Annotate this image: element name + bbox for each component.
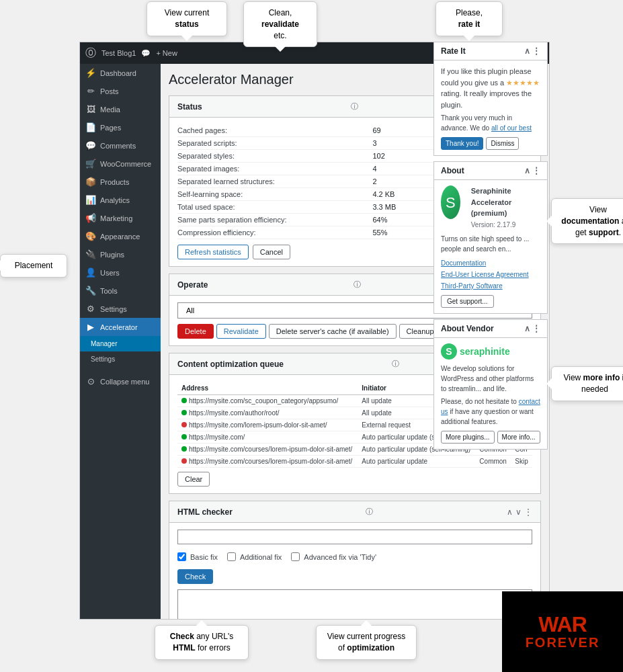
sidebar-item-collapse[interactable]: ⊙ Collapse menu bbox=[80, 372, 161, 390]
plugins-icon: 🔌 bbox=[85, 249, 96, 259]
dismiss-button[interactable]: Dismiss bbox=[486, 137, 519, 150]
sidebar-item-media[interactable]: 🖼 Media bbox=[80, 100, 161, 118]
more-info-button[interactable]: More info... bbox=[497, 431, 540, 444]
check-button[interactable]: Check bbox=[177, 569, 213, 584]
refresh-stats-button[interactable]: Refresh statistics bbox=[177, 245, 249, 259]
license-link[interactable]: End-User License Agreement bbox=[441, 269, 540, 280]
callout-text: Please,rate it bbox=[456, 8, 483, 29]
about-collapse-icon[interactable]: ∧ bbox=[524, 166, 530, 175]
rate-it-controls: ∧ ⋮ bbox=[524, 46, 540, 56]
clear-queue-button[interactable]: Clear bbox=[177, 472, 210, 487]
callout-view-status: View currentstatus bbox=[147, 1, 227, 36]
sidebar-item-woocommerce[interactable]: 🛒 WooCommerce bbox=[80, 155, 161, 173]
documentation-link[interactable]: Documentation bbox=[441, 258, 540, 268]
sidebar-item-appearance[interactable]: 🎨 Appearance bbox=[80, 227, 161, 245]
html-checker-header: HTML checker ⓘ ∧ ∨ ⋮ bbox=[169, 501, 540, 523]
status-label-images: Separated images: bbox=[177, 165, 372, 173]
status-info-icon[interactable]: ⓘ bbox=[351, 101, 358, 112]
rate-it-link[interactable]: all of our best bbox=[491, 124, 532, 132]
vendor-name: seraphinite bbox=[460, 345, 510, 359]
about-menu-icon[interactable]: ⋮ bbox=[532, 166, 540, 175]
sidebar-label: Plugins bbox=[100, 251, 124, 259]
delete-server-cache-button[interactable]: Delete server's cache (if available) bbox=[269, 324, 397, 339]
vendor-collapse-icon[interactable]: ∧ bbox=[524, 324, 530, 333]
status-dot bbox=[181, 434, 187, 439]
products-icon: 📦 bbox=[85, 177, 96, 187]
row-stat: Skip bbox=[511, 456, 532, 468]
vendor-body: S seraphinite We develop solutions for W… bbox=[434, 338, 547, 449]
sidebar-item-accelerator[interactable]: ▶ Accelerator bbox=[80, 318, 161, 336]
plugin-description: Turns on site high speed to ... people a… bbox=[441, 234, 540, 254]
sidebar-label: Users bbox=[100, 269, 120, 277]
dashboard-icon: ⚡ bbox=[85, 68, 96, 78]
sidebar-label: Collapse menu bbox=[100, 378, 149, 386]
sidebar-item-pages[interactable]: 📄 Pages bbox=[80, 118, 161, 136]
third-party-link[interactable]: Third-Party Software bbox=[441, 281, 540, 291]
html-checker-title: HTML checker bbox=[177, 507, 233, 517]
html-collapse-icon[interactable]: ∧ bbox=[507, 507, 513, 517]
html-checker-panel: HTML checker ⓘ ∧ ∨ ⋮ Basic fix Additiona… bbox=[169, 501, 541, 619]
rate-menu-icon[interactable]: ⋮ bbox=[532, 46, 540, 56]
html-url-input[interactable] bbox=[177, 530, 532, 544]
plugin-version: Version: 2.17.9 bbox=[471, 221, 516, 228]
additional-fix-checkbox[interactable] bbox=[227, 552, 236, 561]
new-button[interactable]: + New bbox=[156, 49, 177, 57]
sidebar-item-products[interactable]: 📦 Products bbox=[80, 173, 161, 191]
plugin-name: Seraphinite Accelerator (premium) bbox=[471, 187, 512, 217]
sidebar-item-marketing[interactable]: 📢 Marketing bbox=[80, 209, 161, 227]
status-label-scripts: Separated scripts: bbox=[177, 139, 372, 147]
advanced-fix-checkbox[interactable] bbox=[291, 552, 300, 561]
contact-link[interactable]: contact us bbox=[441, 398, 540, 415]
admin-bar-left: ⓪ Test Blog1 💬 + New bbox=[85, 46, 177, 60]
delete-button[interactable]: Delete bbox=[177, 324, 214, 339]
sidebar-item-comments[interactable]: 💬 Comments bbox=[80, 136, 161, 155]
thank-you-button[interactable]: Thank you! bbox=[441, 137, 483, 150]
status-value-cached: 69 bbox=[372, 126, 380, 134]
status-value-self-learning: 4.2 KB bbox=[372, 190, 394, 198]
analytics-icon: 📊 bbox=[85, 195, 96, 205]
basic-fix-checkbox[interactable] bbox=[177, 552, 186, 561]
html-expand-icon[interactable]: ∨ bbox=[515, 507, 522, 517]
sidebar-item-plugins[interactable]: 🔌 Plugins bbox=[80, 245, 161, 263]
status-value-same-parts: 64% bbox=[372, 216, 387, 224]
sidebar-item-analytics[interactable]: 📊 Analytics bbox=[80, 191, 161, 209]
sidebar-item-tools[interactable]: 🔧 Tools bbox=[80, 282, 161, 300]
rate-collapse-icon[interactable]: ∧ bbox=[524, 46, 530, 56]
callout-text: Placement bbox=[15, 261, 53, 270]
callout-text: View currentstatus bbox=[165, 8, 209, 29]
vendor-description: We develop solutions for WordPress and o… bbox=[441, 364, 540, 394]
row-view: Common bbox=[475, 456, 511, 468]
operate-info-icon[interactable]: ⓘ bbox=[354, 280, 361, 290]
sidebar-item-users[interactable]: 👤 Users bbox=[80, 263, 161, 282]
sidebar-item-posts[interactable]: ✏ Posts bbox=[80, 82, 161, 100]
sidebar-item-settings-sub[interactable]: Settings bbox=[80, 351, 161, 367]
more-plugins-button[interactable]: More plugins... bbox=[441, 431, 495, 444]
html-checker-body: Basic fix Additional fix Advanced fix vi… bbox=[169, 523, 540, 619]
html-menu-icon[interactable]: ⋮ bbox=[524, 507, 532, 517]
rate-it-buttons: Thank you! Dismiss bbox=[441, 137, 540, 150]
html-checker-info-icon[interactable]: ⓘ bbox=[366, 507, 373, 517]
cancel-refresh-button[interactable]: Cancel bbox=[253, 245, 290, 259]
sidebar-item-settings[interactable]: ⚙ Settings bbox=[80, 300, 161, 318]
status-dot bbox=[181, 422, 187, 427]
html-checker-output[interactable] bbox=[177, 589, 532, 619]
get-support-button[interactable]: Get support... bbox=[441, 295, 494, 308]
sidebar-item-manager[interactable]: Manager bbox=[80, 336, 161, 351]
row-url: https://mysite.com/sc_coupon_category/ap… bbox=[177, 395, 358, 407]
vendor-menu-icon[interactable]: ⋮ bbox=[532, 324, 540, 333]
comments-icon: 💬 bbox=[141, 49, 151, 58]
accelerator-icon: ▶ bbox=[85, 322, 96, 332]
vendor-note: Please, do not hesitate to contact us if… bbox=[441, 396, 540, 427]
vendor-logo: S seraphinite bbox=[441, 343, 540, 360]
rate-it-body: If you like this plugin please could you… bbox=[434, 60, 547, 155]
queue-info-icon[interactable]: ⓘ bbox=[392, 359, 399, 369]
rate-it-thank-text: Thank you very much in advance. We do al… bbox=[441, 113, 540, 133]
sidebar-label: Settings bbox=[100, 305, 127, 313]
status-label-styles: Separated styles: bbox=[177, 152, 372, 160]
sidebar-item-dashboard[interactable]: ⚡ Dashboard bbox=[80, 64, 161, 82]
col-address: Address bbox=[177, 382, 358, 395]
forever-text: FOREVER bbox=[526, 635, 600, 650]
revalidate-button[interactable]: Revalidate bbox=[216, 324, 266, 339]
status-value-total: 3.3 MB bbox=[372, 203, 396, 211]
status-value-styles: 102 bbox=[372, 152, 384, 160]
